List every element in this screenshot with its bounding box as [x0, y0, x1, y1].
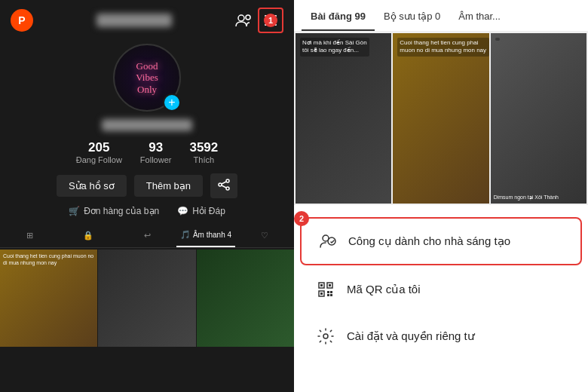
action-row: Sửa hồ sơ Thêm bạn — [57, 173, 237, 198]
cart-icon: 🛒 — [69, 206, 80, 216]
sound-icon: 🎵 — [180, 230, 191, 240]
video-thumb-2[interactable]: Cuoi thang het tien cung phai muon no di… — [393, 33, 488, 204]
qa-label: Hỏi Đáp — [192, 206, 225, 216]
video-thumb-1[interactable]: Nơi mà khi đến Sài Gòntôi sẽ lao ngay đế… — [296, 33, 391, 204]
add-friend-btn[interactable]: Thêm bạn — [134, 175, 203, 197]
svg-rect-13 — [329, 284, 331, 286]
settings-label: Cài đặt và quyền riêng tư — [347, 329, 475, 343]
follower-label: Follower — [140, 155, 172, 164]
qa-link[interactable]: 💬 Hỏi Đáp — [177, 206, 225, 216]
qr-code-icon — [315, 279, 336, 300]
svg-line-5 — [222, 182, 226, 184]
svg-point-4 — [226, 187, 229, 190]
add-avatar-btn[interactable]: + — [163, 93, 181, 112]
svg-rect-14 — [320, 292, 323, 295]
video-2-text: Cuoi thang het tien cung phai muon no di… — [397, 38, 488, 57]
right-tabs: Bài đăng 99 Bộ sưu tập 0 Âm thar... — [294, 0, 588, 32]
display-name — [102, 119, 192, 131]
tab-saved[interactable]: 🔒 — [59, 224, 118, 247]
stat-following: 205 Đang Follow — [76, 140, 122, 164]
svg-rect-12 — [320, 284, 323, 286]
edit-profile-btn[interactable]: Sửa hồ sơ — [57, 175, 127, 197]
follower-count: 93 — [149, 140, 163, 155]
stat-likes: 3592 Thích — [189, 140, 218, 164]
right-tab-posts[interactable]: Bài đăng 99 — [302, 0, 375, 31]
stat-follower: 93 Follower — [140, 140, 172, 164]
following-label: Đang Follow — [76, 155, 122, 164]
order-label: Đơn hàng của bạn — [84, 206, 159, 216]
grid-cell-1[interactable]: Cuoi thang het tien cung phai muon no di… — [0, 250, 97, 347]
svg-point-3 — [219, 183, 222, 186]
likes-count: 3592 — [189, 140, 218, 155]
svg-rect-16 — [330, 291, 332, 293]
qr-code-item[interactable]: Mã QR của tôi — [300, 267, 582, 312]
settings-item[interactable]: Cài đặt và quyền riêng tư — [300, 314, 582, 359]
svg-line-6 — [222, 185, 226, 188]
repost-icon: ↩ — [144, 231, 151, 240]
svg-rect-17 — [327, 294, 329, 296]
svg-point-2 — [226, 179, 229, 182]
qa-icon: 💬 — [177, 206, 188, 216]
svg-rect-18 — [330, 294, 332, 296]
creator-tools-wrapper: 2 Công cụ dành cho nhà sáng tạo — [300, 217, 582, 265]
links-row: 🛒 Đơn hàng của bạn 💬 Hỏi Đáp — [69, 206, 225, 216]
creator-tools-icon — [317, 231, 338, 252]
qr-code-label: Mã QR của tôi — [347, 283, 421, 296]
tab-repost[interactable]: ↩ — [118, 224, 176, 247]
creator-tools-label: Công cụ dành cho nhà sáng tạo — [348, 234, 510, 248]
following-count: 205 — [88, 140, 109, 155]
likes-label: Thích — [194, 155, 215, 164]
top-bar: P 1 — [0, 0, 294, 41]
share-btn[interactable] — [210, 173, 237, 198]
right-tab-sounds[interactable]: Âm thar... — [449, 0, 510, 31]
tab-sounds[interactable]: 🎵 Âm thanh 4 — [176, 224, 235, 247]
left-panel: P 1 GoodVi — [0, 0, 294, 392]
settings-icon — [315, 326, 336, 347]
lock-icon: 🔒 — [83, 231, 93, 240]
nav-tabs: ⊞ 🔒 ↩ 🎵 Âm thanh 4 ♡ — [0, 224, 294, 248]
menu-panel: 2 Công cụ dành cho nhà sáng tạo — [294, 205, 588, 392]
video-3-text — [495, 38, 500, 41]
right-tab-collections[interactable]: Bộ sưu tập 0 — [375, 0, 449, 31]
stats-row: 205 Đang Follow 93 Follower 3592 Thích — [76, 140, 219, 164]
username-blurred — [96, 14, 172, 27]
tab-posts[interactable]: ⊞ — [0, 224, 59, 247]
creator-tools-item[interactable]: Công cụ dành cho nhà sáng tạo — [300, 217, 582, 265]
avatar-text: GoodVibesOnly — [136, 60, 158, 96]
people-icon-btn[interactable] — [235, 14, 252, 27]
heart-icon: ♡ — [261, 231, 268, 240]
video-grid-left: Cuoi thang het tien cung phai muon no di… — [0, 250, 294, 392]
premium-badge: P — [11, 9, 33, 32]
avatar-section: GoodVibesOnly + — [113, 44, 181, 112]
step-1-badge: 1 — [264, 14, 277, 27]
top-icons: 1 — [235, 8, 283, 33]
video-thumbnails: Nơi mà khi đến Sài Gòntôi sẽ lao ngay đế… — [294, 32, 588, 205]
right-panel: Bài đăng 99 Bộ sưu tập 0 Âm thar... Nơi … — [294, 0, 588, 392]
posts-icon: ⊞ — [26, 231, 33, 240]
tab-effects[interactable]: ♡ — [235, 224, 294, 247]
svg-point-19 — [323, 334, 328, 338]
grid-cell-2[interactable] — [98, 250, 195, 347]
grid-cell-3[interactable] — [197, 250, 294, 347]
svg-point-1 — [246, 15, 250, 20]
sound-tab-label: Âm thanh 4 — [193, 231, 231, 239]
order-link[interactable]: 🛒 Đơn hàng của bạn — [69, 206, 159, 216]
svg-point-0 — [238, 15, 244, 21]
svg-point-8 — [328, 237, 335, 245]
svg-rect-15 — [327, 291, 329, 293]
video-thumb-3[interactable]: Dimsum ngon tại Xôi Thành — [491, 33, 586, 204]
video-1-text: Nơi mà khi đến Sài Gòntôi sẽ lao ngay đế… — [300, 38, 369, 57]
